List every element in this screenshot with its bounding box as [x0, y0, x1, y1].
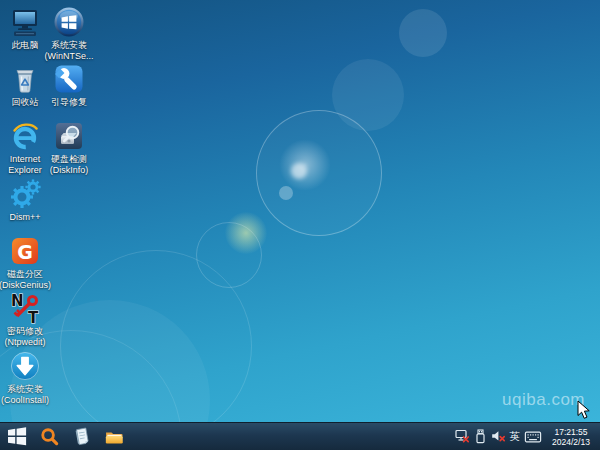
- network-status-button[interactable]: [455, 429, 471, 445]
- usb-device-icon: [473, 429, 488, 444]
- volume-button[interactable]: [491, 429, 507, 445]
- network-disconnected-icon: [455, 429, 470, 444]
- watermark: uqiba.com: [502, 390, 585, 410]
- winntsetup-icon: [53, 6, 85, 38]
- lens-flare: [279, 139, 331, 191]
- desktop-icon-diskgenius[interactable]: G 磁盘分区(DiskGenius): [0, 235, 52, 291]
- notepad-icon: [72, 427, 91, 446]
- icon-label: Dism++: [9, 212, 40, 223]
- touch-keyboard-button[interactable]: [523, 429, 542, 445]
- touch-keyboard-icon: [524, 430, 542, 444]
- clock-time: 17:21:55: [545, 427, 597, 437]
- lens-flare: [332, 59, 404, 131]
- disk-check-icon: [53, 120, 85, 152]
- volume-muted-icon: [491, 429, 506, 444]
- dism-icon: [9, 178, 41, 210]
- notepad-button[interactable]: [68, 423, 95, 450]
- ime-language-indicator[interactable]: 英: [508, 430, 523, 444]
- system-tray: 英 17:21:55 2024/2/13: [454, 427, 600, 447]
- desktop-background[interactable]: 此电脑 系统安装(WinNTSe...: [0, 0, 600, 450]
- lens-flare: [196, 222, 262, 288]
- lens-flare: [279, 186, 293, 200]
- lens-flare: [291, 163, 307, 179]
- icon-label: 引导修复: [51, 97, 87, 108]
- recycle-bin-icon: [9, 63, 41, 95]
- system-install-icon: [9, 350, 41, 382]
- search-icon: [40, 427, 59, 446]
- lens-flare: [60, 250, 252, 442]
- desktop-icon-coolinstall[interactable]: 系统安装(CoolInstall): [0, 350, 52, 406]
- clock-date: 2024/2/13: [545, 437, 597, 447]
- svg-text:N: N: [11, 292, 24, 310]
- boot-repair-icon: [53, 63, 85, 95]
- svg-text:G: G: [17, 241, 33, 263]
- icon-label: 此电脑: [12, 40, 39, 51]
- desktop-icon-dism[interactable]: Dism++: [0, 178, 52, 223]
- svg-text:T: T: [28, 309, 39, 324]
- desktop-icon-diskinfo[interactable]: 硬盘检测(DiskInfo): [42, 120, 96, 176]
- start-icon: [8, 427, 27, 446]
- usb-device-button[interactable]: [473, 429, 489, 445]
- lens-flare: [225, 212, 267, 254]
- search-button[interactable]: [36, 423, 63, 450]
- icon-label: 系统安装(CoolInstall): [1, 384, 49, 406]
- file-explorer-icon: [104, 427, 124, 447]
- disk-partition-icon: G: [9, 235, 41, 267]
- password-edit-icon: N T: [9, 292, 41, 324]
- lens-flare: [399, 9, 447, 57]
- desktop-icon-boot-repair[interactable]: 引导修复: [42, 63, 96, 108]
- icon-label: 硬盘检测(DiskInfo): [50, 154, 89, 176]
- taskbar: 英 17:21:55 2024/2/13: [0, 422, 600, 450]
- taskbar-clock[interactable]: 17:21:55 2024/2/13: [545, 427, 597, 447]
- lens-flare: [256, 110, 382, 236]
- icon-label: 磁盘分区(DiskGenius): [0, 269, 51, 291]
- file-explorer-button[interactable]: [100, 423, 127, 450]
- icon-label: 系统安装(WinNTSe...: [44, 40, 93, 62]
- icon-label: InternetExplorer: [8, 154, 42, 176]
- internet-explorer-icon: [9, 120, 41, 152]
- start-button[interactable]: [4, 423, 31, 450]
- desktop-icon-winntsetup[interactable]: 系统安装(WinNTSe...: [42, 6, 96, 62]
- icon-label: 回收站: [12, 97, 39, 108]
- icon-label: 密码修改(Ntpwedit): [4, 326, 45, 348]
- this-pc-icon: [9, 6, 41, 38]
- desktop-icon-ntpwedit[interactable]: N T 密码修改(Ntpwedit): [0, 292, 52, 348]
